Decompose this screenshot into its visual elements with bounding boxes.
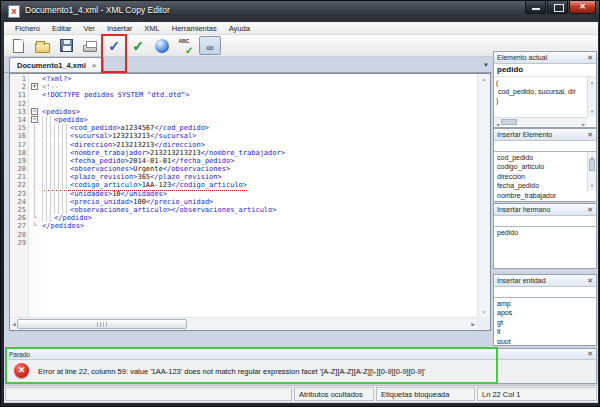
code-line[interactable]: 29 xyxy=(10,239,477,247)
code-line[interactable]: 26└</pedido> xyxy=(10,214,477,222)
line-number: 12 xyxy=(10,100,29,108)
app-window: Documento1_4.xml - XML Copy Editor Fiche… xyxy=(0,0,600,407)
menu-item-fichero[interactable]: Fichero xyxy=(9,24,46,33)
content-model-box: ( cod_pedido, sucursal, dir) xyxy=(494,77,596,126)
code-line[interactable]: 14−<pedido> xyxy=(10,116,477,124)
code-text: <codigo_articulo>1AA-123</codigo_articul… xyxy=(40,181,247,189)
fold-toggle-icon[interactable]: + xyxy=(31,83,38,90)
line-number: 25 xyxy=(10,206,29,214)
lock-tags-icon xyxy=(206,37,213,55)
sibling-filter-input[interactable] xyxy=(494,216,596,227)
print-button[interactable] xyxy=(79,36,101,55)
editor-horizontal-scrollbar[interactable] xyxy=(10,317,477,330)
menu-item-editar[interactable]: Editar xyxy=(46,24,78,33)
entity-filter-input[interactable] xyxy=(494,287,596,298)
sibling-list-item[interactable]: pedido xyxy=(497,228,586,237)
open-file-icon xyxy=(35,43,50,53)
code-line[interactable]: 20│<observaciones>Urgente</observaciones… xyxy=(10,165,477,173)
scrollbar-thumb[interactable] xyxy=(17,319,187,329)
document-tab-label: Documento1_4.xml xyxy=(17,61,86,70)
element-list-item[interactable]: nombre_trabajador xyxy=(497,191,586,200)
output-pane-close-icon[interactable] xyxy=(587,350,593,358)
fold-margin-cell: │ xyxy=(29,132,40,140)
code-line[interactable]: 2+<!-- xyxy=(10,83,477,91)
entity-list-item[interactable]: apos xyxy=(497,308,586,317)
code-line[interactable]: 27└</pedidos> xyxy=(10,222,477,230)
fold-margin-cell xyxy=(29,239,40,247)
open-file-button[interactable] xyxy=(31,36,53,55)
panel-current-element: Elemento actual pedido ( cod_pedido, suc… xyxy=(493,51,597,128)
code-line[interactable]: 25│<observaciones_articulo></observacion… xyxy=(10,206,477,214)
code-line[interactable]: 24│<precio_unidad>100</precio_unidad> xyxy=(10,198,477,206)
code-line[interactable]: 18│<nombre_trabajador>213213213213</nomb… xyxy=(10,149,477,157)
open-in-browser-icon xyxy=(155,39,169,53)
open-in-browser-button[interactable] xyxy=(151,36,173,55)
element-list-item[interactable]: codigo_articulo xyxy=(497,162,586,171)
code-line[interactable]: 1<?xml?> xyxy=(10,75,477,83)
entity-list-item[interactable]: gt xyxy=(497,318,586,327)
panel-close-icon[interactable] xyxy=(587,206,593,214)
scrollbar-thumb[interactable] xyxy=(501,119,517,125)
model-vertical-scrollbar[interactable] xyxy=(587,77,596,117)
scrollbar-thumb[interactable] xyxy=(589,159,595,171)
line-number: 2 xyxy=(10,83,29,91)
code-line[interactable]: 28 xyxy=(10,231,477,239)
xml-editor[interactable]: 1<?xml?>2+<!--11<!DOCTYPE pedidos SYSTEM… xyxy=(9,73,491,331)
code-line[interactable]: 11<!DOCTYPE pedidos SYSTEM "dtd.dtd"> xyxy=(10,91,477,99)
title-bar[interactable]: Documento1_4.xml - XML Copy Editor xyxy=(1,1,600,22)
status-bar: Atributos ocultadosEtiquetas bloqueadaLn… xyxy=(4,385,598,402)
lock-tags-button[interactable] xyxy=(199,36,221,55)
close-button[interactable] xyxy=(569,1,596,14)
tab-close-icon[interactable] xyxy=(92,61,97,70)
menu-item-herramientas[interactable]: Herramientas xyxy=(166,24,223,33)
save-file-button[interactable] xyxy=(55,36,77,55)
code-text xyxy=(40,239,42,247)
fold-margin-cell: │ xyxy=(29,181,40,189)
fold-toggle-icon[interactable]: − xyxy=(31,116,38,123)
validate-schema-icon xyxy=(132,37,144,55)
element-list-item[interactable]: cod_pedido xyxy=(497,153,586,162)
status-field-2: Etiquetas bloqueada xyxy=(376,387,475,401)
code-line[interactable]: 12 xyxy=(10,100,477,108)
minimize-button[interactable] xyxy=(525,1,546,14)
app-icon xyxy=(8,5,20,18)
spell-check-button[interactable] xyxy=(175,36,197,55)
maximize-button[interactable] xyxy=(547,1,568,14)
panel-close-icon[interactable] xyxy=(587,131,593,139)
code-line[interactable]: 13−<pedidos> xyxy=(10,108,477,116)
model-horizontal-scrollbar[interactable] xyxy=(494,117,587,126)
panel-close-icon[interactable] xyxy=(587,277,593,285)
entity-list-item[interactable]: quot xyxy=(497,337,586,344)
fold-toggle-icon[interactable]: − xyxy=(31,108,38,115)
code-line[interactable]: 21│<plazo_revision>365</plazo_revision> xyxy=(10,173,477,181)
document-tab[interactable]: Documento1_4.xml xyxy=(9,57,104,72)
entity-list-item[interactable]: lt xyxy=(497,327,586,336)
fold-margin-cell: − xyxy=(29,116,40,124)
element-filter-input[interactable] xyxy=(494,141,596,152)
tab-list-dropdown-icon[interactable] xyxy=(483,62,489,68)
element-list-item[interactable]: fecha_pedido xyxy=(497,181,586,190)
code-line[interactable]: 22│<codigo_articulo>1AA-123</codigo_arti… xyxy=(10,181,477,189)
new-document-button[interactable] xyxy=(7,36,29,55)
menu-item-ver[interactable]: Ver xyxy=(78,24,101,33)
menu-item-ayuda[interactable]: Ayuda xyxy=(223,24,256,33)
code-line[interactable]: 15│<cod_pedido>a1234567</cod_pedido> xyxy=(10,124,477,132)
menu-item-xml[interactable]: XML xyxy=(138,24,165,33)
editor-vertical-scrollbar[interactable] xyxy=(477,74,490,317)
code-text: <unidades>10</unidades> xyxy=(40,190,167,198)
code-line[interactable]: 16│<sucursal>123213213</sucursal> xyxy=(10,132,477,140)
validate-schema-button[interactable] xyxy=(127,36,149,55)
entity-list-item[interactable]: amp xyxy=(497,299,586,308)
fold-margin-cell: │ xyxy=(29,157,40,165)
panel-close-icon[interactable] xyxy=(587,54,593,62)
code-line[interactable]: 19│<fecha_pedido>2014-01-01</fecha_pedid… xyxy=(10,157,477,165)
line-number: 24 xyxy=(10,198,29,206)
element-list-item[interactable]: direccion xyxy=(497,172,586,181)
menu-item-insertar[interactable]: Insertar xyxy=(101,24,138,33)
code-line[interactable]: 17│<direccion>213213213</direccion> xyxy=(10,141,477,149)
element-list-scrollbar[interactable] xyxy=(587,152,596,191)
fold-margin-cell: └ xyxy=(29,222,40,230)
code-line[interactable]: 23│<unidades>10</unidades> xyxy=(10,190,477,198)
panel-insert-element: Insertar Elemento cod_pedidocodigo_artic… xyxy=(493,128,597,202)
new-document-icon xyxy=(13,39,24,53)
